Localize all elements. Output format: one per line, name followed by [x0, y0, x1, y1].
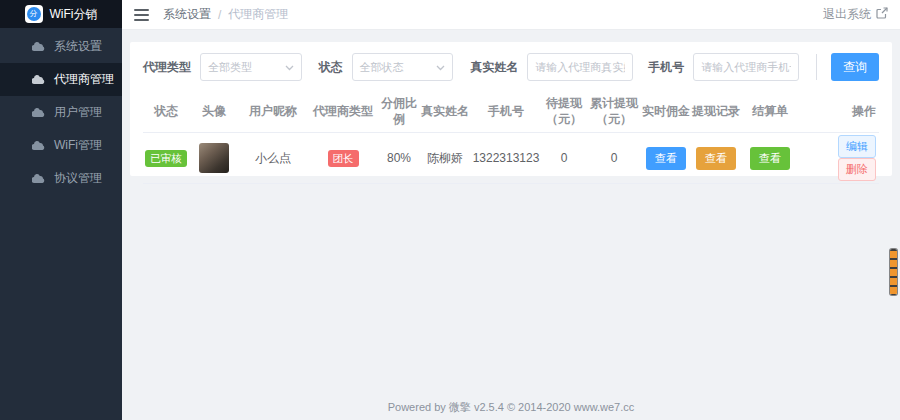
users-icon [32, 107, 45, 118]
breadcrumb: 系统设置 / 代理商管理 [163, 6, 288, 23]
edit-button[interactable]: 编辑 [838, 135, 876, 158]
real-name-cell: 陈柳娇 [419, 133, 471, 184]
sidebar-item-label: 系统设置 [54, 38, 102, 55]
header-total-withdraw: 累计提现（元） [587, 90, 641, 133]
header-real-name: 真实姓名 [419, 90, 471, 133]
gear-icon [32, 41, 45, 52]
nickname-cell: 小么点 [239, 133, 307, 184]
real-name-input[interactable] [527, 53, 633, 81]
status-select[interactable]: 全部状态 [352, 53, 454, 81]
header-avatar: 头像 [189, 90, 239, 133]
sidebar: 分 WiFi分销 系统设置 代理商管理 用户管理 WiFi管理 [0, 0, 122, 420]
agent-type-label: 代理类型 [143, 59, 191, 76]
external-link-icon [876, 7, 888, 22]
phone-cell: 1322313123 [471, 133, 541, 184]
header-actions: 操作 [799, 90, 879, 133]
agents-table: 状态 头像 用户昵称 代理商类型 分佣比例 真实姓名 手机号 待提现（元） 累计… [143, 90, 879, 184]
view-withdraw-records-button[interactable]: 查看 [696, 147, 736, 170]
agent-icon [32, 74, 45, 85]
view-realtime-commission-button[interactable]: 查看 [646, 147, 686, 170]
total-withdraw-cell: 0 [587, 133, 641, 184]
breadcrumb-item-agent: 代理商管理 [228, 6, 288, 23]
filter-divider [816, 54, 817, 80]
agent-type-select[interactable]: 全部类型 [200, 53, 302, 81]
phone-input[interactable] [693, 53, 799, 81]
table-row: 已审核 小么点 团长 80% 陈柳娇 1322313123 0 0 查看 查看 … [143, 133, 879, 184]
app-logo[interactable]: 分 WiFi分销 [0, 0, 122, 28]
sidebar-item-label: 协议管理 [54, 170, 102, 187]
breadcrumb-item-system[interactable]: 系统设置 [163, 6, 211, 23]
header-withdraw-records: 提现记录 [691, 90, 741, 133]
view-settlement-button[interactable]: 查看 [750, 147, 790, 170]
real-name-label: 真实姓名 [470, 59, 518, 76]
avatar[interactable] [199, 143, 229, 173]
header-pending-withdraw: 待提现（元） [541, 90, 587, 133]
sidebar-item-label: 代理商管理 [54, 71, 114, 88]
header-agent-type: 代理商类型 [307, 90, 379, 133]
sidebar-item-system-settings[interactable]: 系统设置 [0, 30, 122, 63]
sidebar-item-user-management[interactable]: 用户管理 [0, 96, 122, 129]
chevron-down-icon [285, 60, 294, 74]
header-realtime-commission: 实时佣金 [641, 90, 691, 133]
app-logo-icon: 分 [25, 5, 43, 23]
phone-label: 手机号 [648, 59, 684, 76]
status-badge: 已审核 [145, 150, 187, 168]
topbar: 系统设置 / 代理商管理 退出系统 [122, 0, 900, 30]
sidebar-item-protocol-management[interactable]: 协议管理 [0, 162, 122, 195]
delete-button[interactable]: 删除 [838, 158, 876, 181]
query-button[interactable]: 查询 [831, 53, 879, 81]
filter-bar: 代理类型 全部类型 状态 全部状态 真实姓名 手机号 查询 [130, 42, 892, 81]
sidebar-item-wifi-management[interactable]: WiFi管理 [0, 129, 122, 162]
header-commission-ratio: 分佣比例 [379, 90, 419, 133]
status-label: 状态 [319, 59, 343, 76]
exit-system-label: 退出系统 [823, 6, 871, 23]
agent-list-card: 代理类型 全部类型 状态 全部状态 真实姓名 手机号 查询 [130, 42, 892, 176]
sidebar-item-label: 用户管理 [54, 104, 102, 121]
pending-withdraw-cell: 0 [541, 133, 587, 184]
header-nickname: 用户昵称 [239, 90, 307, 133]
header-settlement: 结算单 [741, 90, 799, 133]
commission-ratio-cell: 80% [379, 133, 419, 184]
footer-powered-by: Powered by 微擎 v2.5.4 © 2014-2020 www.we7… [122, 400, 900, 415]
agent-type-badge: 团长 [328, 150, 359, 168]
sidebar-item-agent-management[interactable]: 代理商管理 [0, 63, 122, 96]
sidebar-menu: 系统设置 代理商管理 用户管理 WiFi管理 协议管理 [0, 28, 122, 195]
breadcrumb-separator: / [218, 8, 221, 22]
header-status: 状态 [143, 90, 189, 133]
chevron-down-icon [436, 60, 445, 74]
header-phone: 手机号 [471, 90, 541, 133]
page-scroll-marker[interactable] [890, 249, 897, 295]
exit-system-link[interactable]: 退出系统 [823, 6, 888, 23]
wifi-icon [32, 140, 45, 151]
app-logo-text: WiFi分销 [50, 6, 98, 23]
main-content: 代理类型 全部类型 状态 全部状态 真实姓名 手机号 查询 [122, 30, 900, 420]
menu-toggle-icon[interactable] [134, 9, 149, 21]
table-header-row: 状态 头像 用户昵称 代理商类型 分佣比例 真实姓名 手机号 待提现（元） 累计… [143, 90, 879, 133]
protocol-icon [32, 173, 45, 184]
sidebar-item-label: WiFi管理 [54, 137, 102, 154]
